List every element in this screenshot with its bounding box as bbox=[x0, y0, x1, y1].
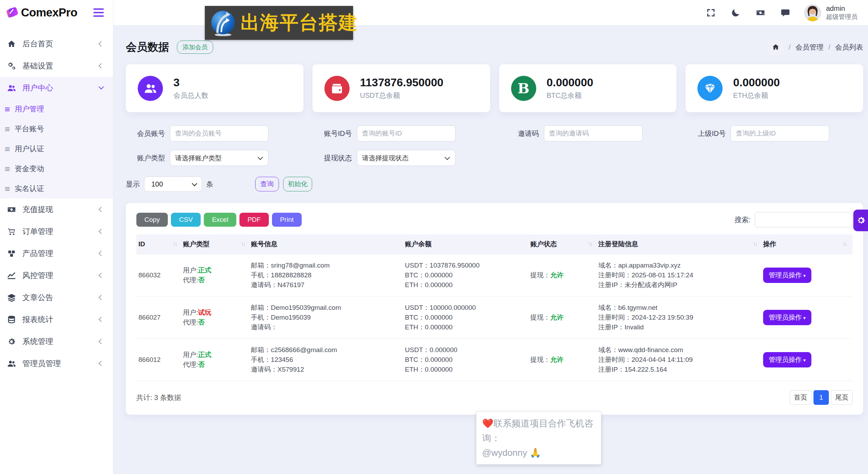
sidebar-item-risk-control[interactable]: 风控管理 bbox=[0, 264, 113, 286]
sort-icon[interactable]: ↑↓ bbox=[588, 241, 595, 248]
avatar[interactable] bbox=[804, 4, 821, 21]
sidebar-item-basic-settings[interactable]: 基础设置 bbox=[0, 55, 113, 77]
sidebar-item-realname-auth[interactable]: 实名认证 bbox=[0, 178, 113, 198]
user-role: 超级管理员 bbox=[826, 13, 858, 21]
sidebar-item-orders[interactable]: 订单管理 bbox=[0, 220, 113, 242]
stat-card-eth: 0.000000 ETH总余额 bbox=[686, 64, 863, 112]
sidebar-item-platform-accounts[interactable]: 平台账号 bbox=[0, 119, 113, 139]
invite-code-input[interactable] bbox=[544, 125, 643, 141]
heart-icon: ❤️ bbox=[482, 418, 493, 429]
chevron-left-icon bbox=[99, 339, 104, 344]
parent-id-input[interactable] bbox=[731, 125, 829, 141]
filter-form: 会员账号 账号ID号 邀请码 上级ID号 账户类型 请选择账户类型 提现状态 请… bbox=[126, 125, 863, 166]
caret-down-icon: ▾ bbox=[803, 273, 806, 278]
excel-button[interactable]: Excel bbox=[204, 213, 236, 227]
member-id: 866032 bbox=[136, 254, 183, 297]
register-time: 2024-12-23 19:50:39 bbox=[632, 314, 693, 321]
member-email: sring78@gmail.com bbox=[271, 262, 330, 269]
agent-badge: 否 bbox=[198, 276, 205, 284]
main-content: 会员数据 添加会员 / 会员管理 / 会员列表 3 会员总人数 1137876.… bbox=[113, 25, 868, 474]
list-icon bbox=[4, 146, 10, 152]
pagination-last[interactable]: 尾页 bbox=[831, 390, 853, 405]
user-type-badge: 正式 bbox=[198, 351, 211, 358]
table-search-input[interactable] bbox=[755, 212, 853, 227]
sidebar-item-deposit-withdraw[interactable]: 充值提现 bbox=[0, 198, 113, 220]
sidebar-item-reports[interactable]: 报表统计 bbox=[0, 308, 113, 330]
btc-balance: 0.000000 bbox=[425, 314, 452, 321]
breadcrumb: / 会员管理 / 会员列表 bbox=[768, 39, 863, 55]
sidebar-item-system[interactable]: 系统管理 bbox=[0, 330, 113, 352]
list-icon bbox=[4, 166, 10, 172]
comexpro-logo-icon bbox=[5, 5, 20, 20]
csv-button[interactable]: CSV bbox=[171, 213, 201, 227]
admin-action-button[interactable]: 管理员操作▾ bbox=[763, 352, 811, 367]
withdraw-status-label: 提现状态 bbox=[313, 153, 352, 163]
messages-icon[interactable] bbox=[781, 8, 790, 17]
eth-diamond-icon bbox=[697, 76, 723, 101]
contact-note: ❤️联系频道项目合作飞机咨询： @wydonny 🙏 bbox=[476, 411, 601, 465]
query-button[interactable]: 查询 bbox=[255, 177, 279, 191]
admin-action-button[interactable]: 管理员操作▾ bbox=[763, 310, 811, 325]
btc-total-value: 0.000000 bbox=[547, 76, 593, 89]
fullscreen-icon[interactable] bbox=[706, 8, 716, 17]
sidebar-item-admins[interactable]: 管理员管理 bbox=[0, 352, 113, 374]
admin-action-button[interactable]: 管理员操作▾ bbox=[763, 268, 811, 283]
chevron-left-icon bbox=[99, 63, 104, 69]
account-type-select[interactable]: 请选择账户类型 bbox=[170, 150, 268, 166]
logo-row: ComexPro bbox=[0, 0, 113, 25]
sort-icon[interactable]: ↑↓ bbox=[173, 241, 179, 248]
sidebar-item-articles[interactable]: 文章公告 bbox=[0, 286, 113, 308]
total-count: 共计: 3 条数据 bbox=[136, 393, 181, 402]
btc-icon: B bbox=[511, 76, 536, 101]
sidebar-item-fund-changes[interactable]: 资金变动 bbox=[0, 159, 113, 178]
sort-icon[interactable]: ↑↓ bbox=[842, 241, 849, 248]
settings-fab-gear-icon[interactable] bbox=[853, 210, 868, 231]
gears-icon bbox=[7, 61, 17, 71]
user-block[interactable]: admin 超级管理员 bbox=[826, 4, 858, 21]
page-size-select[interactable]: 100 bbox=[144, 176, 202, 192]
sort-icon[interactable]: ↑↓ bbox=[753, 241, 760, 248]
money-icon[interactable] bbox=[756, 8, 765, 17]
pagination: 首页 1 尾页 bbox=[790, 390, 853, 405]
breadcrumb-member-management[interactable]: 会员管理 bbox=[795, 43, 823, 52]
member-phone: 18828828828 bbox=[271, 271, 311, 279]
sidebar-item-dashboard[interactable]: 后台首页 bbox=[0, 33, 113, 55]
member-account-input[interactable] bbox=[170, 125, 268, 141]
member-table: ID↑↓ 账户类型↑↓ 账号信息 账户余额 账户状态↑↓ 注册登陆信息↑↓ 操作… bbox=[136, 234, 853, 381]
member-id: 866012 bbox=[136, 339, 183, 381]
sidebar-item-products[interactable]: 产品管理 bbox=[0, 242, 113, 264]
account-id-input[interactable] bbox=[357, 125, 455, 141]
breadcrumb-home-icon[interactable] bbox=[768, 39, 784, 55]
chevron-left-icon bbox=[99, 273, 104, 278]
member-email: Demo195039gmail.com bbox=[271, 304, 341, 311]
pdf-button[interactable]: PDF bbox=[239, 213, 269, 227]
hamburger-menu-icon[interactable] bbox=[93, 8, 104, 17]
sort-icon[interactable]: ↑↓ bbox=[241, 241, 248, 248]
copy-button[interactable]: Copy bbox=[136, 213, 168, 227]
banknote-icon bbox=[7, 205, 17, 214]
add-member-button[interactable]: 添加会员 bbox=[177, 41, 213, 54]
register-time: 2024-04-04 14:11:09 bbox=[632, 356, 693, 363]
breadcrumb-member-list[interactable]: 会员列表 bbox=[835, 43, 863, 52]
member-phone: Demo195039 bbox=[271, 314, 311, 321]
sidebar-item-user-management[interactable]: 用户管理 bbox=[0, 99, 113, 119]
register-domain: www.qdd-finance.com bbox=[618, 346, 683, 353]
user-type-badge: 试玩 bbox=[198, 309, 211, 316]
stat-card-members: 3 会员总人数 bbox=[126, 64, 303, 112]
sidebar-item-user-center[interactable]: 用户中心 bbox=[0, 77, 113, 99]
register-ip: 154.222.5.164 bbox=[625, 366, 667, 373]
dark-mode-moon-icon[interactable] bbox=[731, 8, 740, 17]
reset-button[interactable]: 初始化 bbox=[283, 177, 312, 191]
users-icon bbox=[7, 83, 17, 93]
list-icon bbox=[4, 126, 10, 132]
btc-total-label: BTC总余额 bbox=[547, 91, 593, 100]
pagination-first[interactable]: 首页 bbox=[790, 390, 811, 405]
register-domain: b6.tgymw.net bbox=[618, 304, 658, 311]
pagination-page-1[interactable]: 1 bbox=[813, 390, 829, 405]
chevron-left-icon bbox=[99, 361, 104, 366]
home-icon bbox=[7, 39, 17, 49]
print-button[interactable]: Print bbox=[272, 213, 302, 227]
sidebar-item-user-auth[interactable]: 用户认证 bbox=[0, 139, 113, 159]
users-group-icon bbox=[7, 359, 17, 369]
withdraw-status-select[interactable]: 请选择提现状态 bbox=[357, 150, 455, 166]
